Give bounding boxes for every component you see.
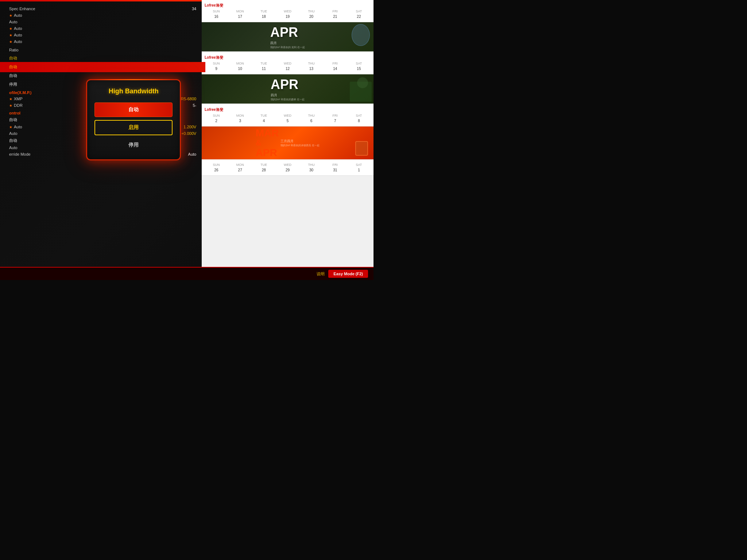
auto-label-3: ★ Auto: [9, 26, 22, 31]
cal-header-2: Lofree洛斐: [205, 55, 371, 60]
cal-days-header-1: SUN MON TUE WED THU FRI SAT: [205, 9, 371, 13]
calendar-section-1: Lofree洛斐 SUN MON TUE WED THU FRI SAT 16 …: [202, 0, 374, 51]
ddr-label: ★ DDR: [9, 103, 23, 108]
auto-row-4[interactable]: ★ Auto: [7, 32, 198, 38]
cal-tagline-1: 我的2m² 和喜欢的·龙利 在一起: [270, 46, 305, 49]
cal-tagline-3: 我的2m² 和喜欢的冰镇西瓜 在一起: [280, 144, 320, 147]
lofree-brand-3: Lofree洛斐: [205, 107, 223, 112]
modal-overlay: High Bandwidth 自动 启用 停用: [73, 44, 194, 196]
calendar-sidebar: Lofree洛斐 SUN MON TUE WED THU FRI SAT 16 …: [202, 0, 374, 280]
easy-mode-button[interactable]: Easy Mode (F2): [328, 270, 368, 278]
cal-header-3: Lofree洛斐: [205, 107, 371, 112]
cal-days-header-3: SUN MON TUE WED THU FRI SAT: [205, 114, 371, 117]
cal-days-row-2: 9 10 11 12 13 14 15: [205, 66, 371, 71]
cal-days-header-2: SUN MON TUE WED THU FRI SAT: [205, 62, 371, 65]
control-auto-1: ★ Auto: [9, 125, 22, 129]
option-disable[interactable]: 停用: [94, 138, 173, 152]
cal-days-row-1: 16 17 18 19 20 21 22: [205, 14, 371, 19]
option-auto[interactable]: 自动: [94, 102, 173, 117]
cal-days-header-4: SUN MON TUE WED THU FRI SAT: [205, 163, 371, 167]
decor-circle-1: [352, 24, 370, 46]
auto-row-3[interactable]: ★ Auto: [7, 25, 198, 32]
decor-suitcase: [355, 141, 368, 156]
xmp-label: ★ XMP: [9, 97, 23, 101]
auto-label-2: Auto: [9, 20, 18, 24]
cal-tagline-3-cn: 三月四月: [280, 139, 320, 144]
modal-options-list: 自动 启用 停用: [94, 102, 173, 152]
calendar-section-3: Lofree洛斐 SUN MON TUE WED THU FRI SAT 2 3…: [202, 104, 374, 159]
lofree-brand-1: Lofree洛斐: [205, 3, 223, 8]
spec-enhance-label: Spec Enhance: [9, 7, 35, 11]
auto-label-5: ★ Auto: [9, 39, 22, 44]
auto-row-1[interactable]: ★ Auto: [7, 12, 198, 19]
cal-image-3: MAR & APR 三月四月 我的2m² 和喜欢的冰镇西瓜 在一起: [202, 127, 374, 159]
cal-widget-3: Lofree洛斐 SUN MON TUE WED THU FRI SAT 2 3…: [202, 104, 374, 127]
cal-days-row-3: 2 3 4 5 6 7 8: [205, 118, 371, 123]
auto-label-4: ★ Auto: [9, 33, 22, 37]
override-mode-label: erride Mode: [9, 152, 31, 156]
auto-row-2[interactable]: Auto: [7, 19, 198, 25]
modal-title: High Bandwidth: [94, 88, 173, 95]
cal-image-2: APR 四月 我的2m² 和喜欢的森林 在一起: [202, 74, 374, 104]
decor-forest-2: [357, 77, 368, 88]
cal-widget-4: SUN MON TUE WED THU FRI SAT 26 27 28 29 …: [202, 160, 374, 176]
high-bandwidth-dialog: High Bandwidth 自动 启用 停用: [86, 79, 181, 160]
cal-days-row-4: 26 27 28 29 30 31 1: [205, 168, 371, 172]
bottom-bar: 说明 Easy Mode (F2): [0, 267, 374, 280]
calendar-section-2: Lofree洛斐 SUN MON TUE WED THU FRI SAT 9 1…: [202, 52, 374, 104]
lofree-brand-2: Lofree洛斐: [205, 55, 223, 60]
description-label: 说明: [317, 271, 325, 277]
cal-widget-2: Lofree洛斐 SUN MON TUE WED THU FRI SAT 9 1…: [202, 52, 374, 74]
spec-enhance-value: 34: [192, 7, 196, 11]
cal-header-1: Lofree洛斐: [205, 3, 371, 8]
spec-enhance-row: Spec Enhance 34: [7, 5, 198, 12]
spec-enhance-section: Spec Enhance 34 ★ Auto Auto ★ Auto ★ Aut…: [7, 4, 198, 47]
cal-image-1: APR 四月 我的2m² 和喜欢的·龙利 在一起: [202, 22, 374, 51]
cal-tagline-2: 我的2m² 和喜欢的森林 在一起: [271, 98, 305, 101]
calendar-section-4: SUN MON TUE WED THU FRI SAT 26 27 28 29 …: [202, 160, 374, 176]
cal-widget-1: Lofree洛斐 SUN MON TUE WED THU FRI SAT 16 …: [202, 0, 374, 22]
control-auto-2: Auto: [9, 131, 18, 136]
auto-label-1: ★ Auto: [9, 13, 22, 18]
option-enable[interactable]: 启用: [94, 120, 173, 135]
control-auto-3: Auto: [9, 145, 18, 150]
